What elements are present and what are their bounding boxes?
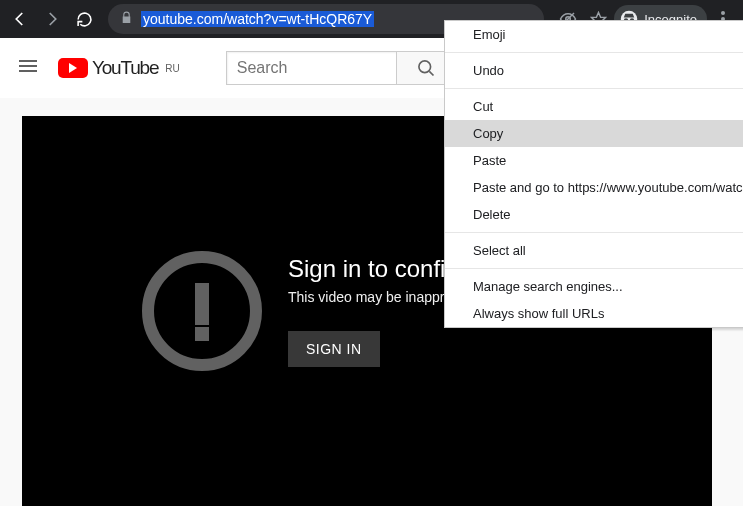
context-menu: EmojiUndoCutCopyPastePaste and go to htt… — [444, 20, 743, 328]
youtube-logo[interactable]: YouTube RU — [58, 57, 180, 79]
context-menu-item[interactable]: Undo — [445, 57, 743, 84]
hamburger-menu-icon[interactable] — [16, 54, 40, 82]
search-input[interactable] — [226, 51, 396, 85]
svg-line-10 — [429, 71, 433, 75]
context-menu-item[interactable]: Manage search engines... — [445, 273, 743, 300]
back-button[interactable] — [6, 5, 34, 33]
context-menu-item[interactable]: Delete — [445, 201, 743, 228]
context-menu-item[interactable]: Emoji — [445, 21, 743, 48]
youtube-logo-text: YouTube — [92, 57, 158, 79]
context-menu-item[interactable]: Copy — [445, 120, 743, 147]
context-menu-item[interactable]: Select all — [445, 237, 743, 264]
context-menu-item[interactable]: Paste — [445, 147, 743, 174]
search-box — [226, 51, 456, 85]
context-menu-separator — [445, 268, 743, 269]
search-icon — [416, 58, 436, 78]
forward-button[interactable] — [38, 5, 66, 33]
context-menu-item[interactable]: Always show full URLs — [445, 300, 743, 327]
sign-in-button[interactable]: SIGN IN — [288, 331, 380, 367]
exclamation-icon — [142, 251, 262, 371]
lock-icon — [120, 10, 133, 28]
svg-point-6 — [721, 11, 725, 15]
context-menu-separator — [445, 88, 743, 89]
youtube-region: RU — [165, 63, 179, 74]
svg-point-9 — [419, 61, 431, 73]
context-menu-item[interactable]: Cut — [445, 93, 743, 120]
reload-button[interactable] — [70, 5, 98, 33]
context-menu-separator — [445, 52, 743, 53]
context-menu-item[interactable]: Paste and go to https://www.youtube.com/… — [445, 174, 743, 201]
youtube-play-icon — [58, 58, 88, 78]
url-text: youtube.com/watch?v=wt-tHcQR67Y — [141, 11, 374, 27]
context-menu-separator — [445, 232, 743, 233]
